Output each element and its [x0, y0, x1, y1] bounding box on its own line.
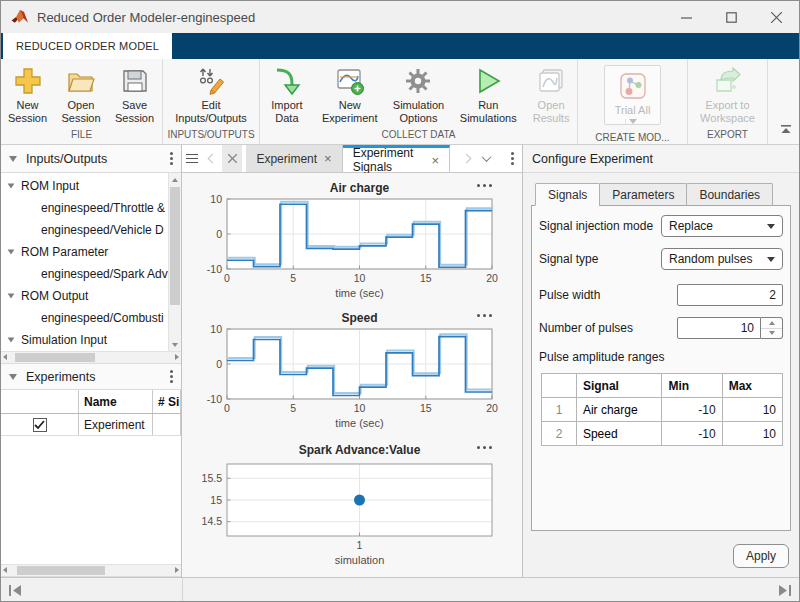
minimize-button[interactable] — [664, 1, 709, 33]
expander-icon[interactable] — [8, 183, 15, 188]
number-of-pulses-stepper[interactable] — [761, 317, 783, 339]
ribbon-tab-reduced-order-model[interactable]: REDUCED ORDER MODEL — [3, 33, 172, 59]
scroll-tabs-right-icon[interactable] — [456, 145, 476, 172]
tab-parameters[interactable]: Parameters — [599, 183, 687, 206]
tab-boundaries[interactable]: Boundaries — [686, 183, 773, 206]
scrollbar-thumb[interactable] — [170, 187, 180, 305]
experiment-checkbox[interactable] — [33, 418, 47, 432]
expander-icon[interactable] — [8, 293, 15, 298]
experiments-section-header[interactable]: Experiments — [1, 364, 181, 390]
scroll-right-icon[interactable] — [175, 567, 179, 573]
center-panel: Experiment × Experiment Signals × 051015… — [182, 145, 523, 577]
chart-options-icon[interactable] — [477, 314, 492, 317]
signal-type-label: Signal type — [539, 252, 661, 266]
tree-item-simulation-input[interactable]: Simulation Input — [1, 329, 168, 351]
scroll-right-icon[interactable] — [175, 354, 179, 360]
scrollbar-thumb[interactable] — [15, 353, 95, 362]
column-signal: Signal — [576, 374, 662, 398]
tree-item-rom-parameter[interactable]: ROM Parameter — [1, 241, 168, 263]
tabbar-menu-icon[interactable] — [502, 145, 522, 172]
expander-icon[interactable] — [8, 337, 15, 342]
spinner-down-icon[interactable] — [761, 329, 782, 339]
section-menu-icon[interactable] — [170, 375, 173, 378]
open-folder-icon — [66, 66, 96, 96]
svg-text:5: 5 — [290, 402, 296, 414]
tree-item-combustion[interactable]: enginespeed/Combusti — [1, 307, 168, 329]
experiments-title: Experiments — [26, 370, 95, 384]
close-tab-icon[interactable]: × — [324, 152, 332, 165]
tree-item-vehicle[interactable]: enginespeed/Vehicle D — [1, 219, 168, 241]
signal-type-dropdown[interactable]: Random pulses — [661, 248, 783, 270]
trial-all-dropdown-arrow[interactable] — [625, 119, 641, 124]
max-cell[interactable]: 10 — [722, 422, 782, 446]
apply-button[interactable]: Apply — [733, 544, 789, 568]
run-simulations-button[interactable]: Run Simulations — [451, 64, 525, 128]
tree-item-throttle[interactable]: enginespeed/Throttle & — [1, 197, 168, 219]
skip-to-end-icon — [777, 584, 792, 597]
tree-horizontal-scrollbar[interactable] — [1, 351, 181, 364]
section-menu-icon[interactable] — [170, 157, 173, 160]
inputs-outputs-section-header[interactable]: Inputs/Outputs — [1, 145, 181, 173]
scroll-tabs-left-icon[interactable] — [202, 145, 222, 172]
svg-text:1: 1 — [357, 539, 363, 551]
edit-inputs-outputs-button[interactable]: Edit Inputs/Outputs — [164, 64, 259, 128]
collapse-toolstrip-button[interactable] — [780, 120, 792, 138]
import-data-button[interactable]: Import Data — [260, 64, 314, 128]
new-session-button[interactable]: New Session — [1, 64, 54, 128]
experiment-table-row[interactable]: Experiment — [1, 414, 181, 436]
experiments-horizontal-scrollbar[interactable] — [1, 564, 181, 577]
spark-advance-plot: 114.51515.5Spark Advance:Valuesimulation — [184, 441, 520, 567]
open-results-button[interactable]: Open Results — [525, 64, 577, 128]
signal-injection-mode-dropdown[interactable]: Replace — [661, 215, 783, 237]
configure-tabs: Signals Parameters Boundaries — [531, 183, 791, 206]
collapse-section-icon[interactable] — [9, 156, 17, 162]
number-of-pulses-label: Number of pulses — [539, 321, 677, 335]
experiments-empty-area — [1, 436, 181, 564]
maximize-button[interactable] — [709, 1, 754, 33]
tree-item-rom-input[interactable]: ROM Input — [1, 175, 168, 197]
scrollbar-thumb[interactable] — [17, 566, 105, 575]
chart-options-icon[interactable] — [477, 446, 492, 449]
close-tab-icon[interactable]: × — [432, 154, 440, 167]
speed-plot: 05101520-10010Speedtime (sec) — [184, 309, 520, 435]
collapse-left-panel-button[interactable] — [8, 583, 23, 601]
open-session-button[interactable]: Open Session — [54, 64, 108, 128]
tab-overflow-icon[interactable] — [476, 145, 496, 172]
tree-vertical-scrollbar[interactable] — [168, 173, 181, 351]
save-session-button[interactable]: Save Session — [108, 64, 161, 128]
min-cell[interactable]: -10 — [662, 422, 722, 446]
spinner-up-icon[interactable] — [761, 318, 782, 329]
scroll-left-icon[interactable] — [3, 354, 7, 360]
min-cell[interactable]: -10 — [662, 398, 722, 422]
tab-experiment-signals[interactable]: Experiment Signals × — [343, 145, 450, 172]
close-button[interactable] — [754, 1, 799, 33]
tab-list-menu-icon[interactable] — [182, 145, 202, 172]
expander-icon[interactable] — [8, 249, 15, 254]
svg-text:-10: -10 — [207, 393, 222, 405]
scroll-up-icon[interactable] — [169, 173, 181, 186]
results-icon — [536, 66, 566, 96]
max-cell[interactable]: 10 — [722, 398, 782, 422]
export-to-workspace-button[interactable]: Export to Workspace — [689, 64, 767, 128]
close-icon — [771, 12, 782, 23]
signal-cell[interactable]: Speed — [576, 422, 662, 446]
new-experiment-button[interactable]: New Experiment — [314, 64, 386, 128]
collapse-section-icon[interactable] — [9, 374, 17, 380]
simulation-options-button[interactable]: Simulation Options — [386, 64, 452, 128]
tab-signals[interactable]: Signals — [535, 183, 600, 206]
svg-text:0: 0 — [224, 272, 230, 284]
close-document-icon[interactable] — [222, 145, 242, 172]
scroll-left-icon[interactable] — [3, 567, 7, 573]
collapse-right-panel-button[interactable] — [777, 583, 792, 601]
pulse-amplitude-table: Signal Min Max 1 Air charge -10 10 — [541, 373, 783, 446]
tab-experiment[interactable]: Experiment × — [246, 145, 342, 172]
tree-item-spark-advance[interactable]: enginespeed/Spark Adv — [1, 263, 168, 285]
experiment-name-cell[interactable]: Experiment — [79, 414, 153, 435]
scroll-down-icon[interactable] — [169, 338, 181, 351]
tree-item-rom-output[interactable]: ROM Output — [1, 285, 168, 307]
trial-all-button[interactable]: Trial All — [604, 65, 662, 125]
chart-options-icon[interactable] — [477, 184, 492, 187]
signal-cell[interactable]: Air charge — [576, 398, 662, 422]
pulse-width-input[interactable] — [677, 284, 783, 306]
number-of-pulses-input[interactable] — [677, 317, 761, 339]
